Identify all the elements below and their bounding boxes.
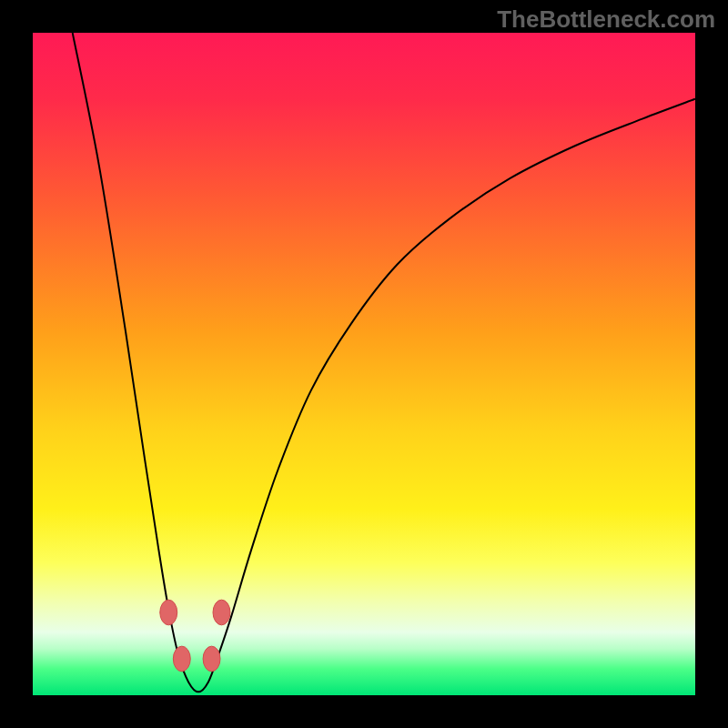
bottleneck-chart — [33, 33, 695, 695]
watermark-text: TheBottleneck.com — [497, 5, 715, 34]
plot-area — [33, 33, 695, 695]
threshold-dot — [160, 600, 177, 625]
threshold-dot — [203, 646, 220, 672]
threshold-dot — [213, 600, 230, 625]
chart-frame: TheBottleneck.com — [0, 0, 728, 728]
threshold-dot — [173, 646, 190, 672]
gradient-background — [33, 33, 695, 695]
